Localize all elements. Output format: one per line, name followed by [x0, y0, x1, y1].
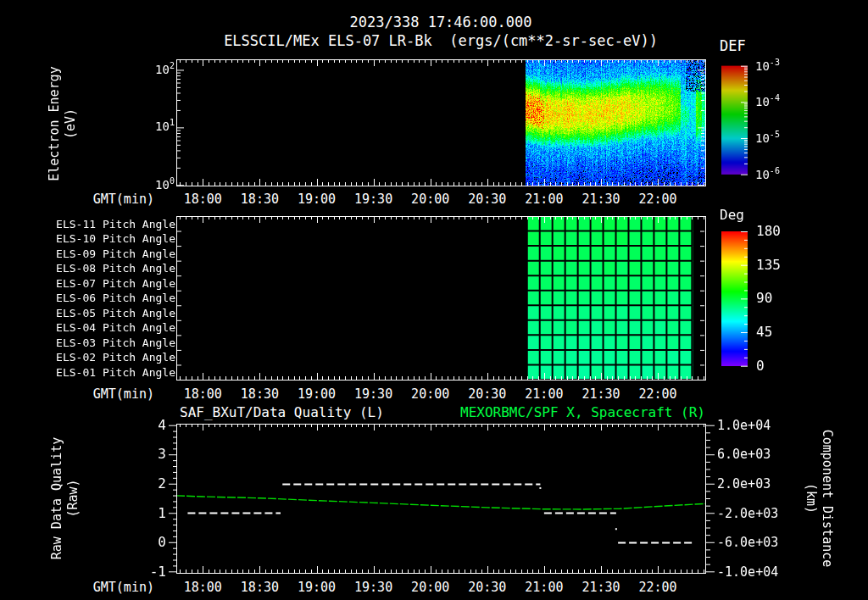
electron-energy-axis-label-unit: (eV) [63, 0, 79, 251]
distance-tick-label: -6.0e+03 [717, 535, 793, 550]
electron-energy-axis-label-line1: Electron Energy [47, 0, 63, 251]
x-tick-label-top: 20:30 [465, 192, 510, 207]
plot-screen: 2023/338 17:46:00.000 ELSSCIL/MEx ELS-07… [0, 0, 868, 600]
electron-energy-axis-label: Electron Energy (eV) [47, 0, 79, 251]
els-row-label: ELS-02 Pitch Angle [44, 351, 175, 364]
els-row-label: ELS-05 Pitch Angle [44, 307, 175, 319]
component-distance-axis-label: Component Distance (km) [803, 371, 835, 600]
x-tick-label-top: 21:00 [521, 192, 567, 207]
deg-tick-label: 180 [756, 223, 793, 239]
flux-tick-label: 10-4 [755, 93, 808, 108]
x-tick-label-bottom: 18:00 [180, 580, 225, 595]
x-tick-label-middle: 19:30 [351, 386, 397, 402]
def-colorbar-title: DEF [720, 37, 746, 54]
x-tick-label-middle: 20:00 [408, 386, 453, 402]
x-tick-label-top: 18:30 [236, 192, 282, 207]
flux-tick-label: 10-3 [755, 58, 808, 73]
raw-quality-axis-label: Raw Data Quality (Raw) [49, 371, 81, 600]
quality-tick-label: 1 [142, 505, 166, 521]
x-tick-label-bottom: 22:00 [635, 580, 681, 595]
energy-tick-label-base: 10 [155, 178, 170, 192]
quality-tick-label: 2 [142, 475, 166, 492]
x-tick-label-bottom: 20:30 [465, 580, 510, 595]
deg-colorbar-title: Deg [720, 207, 744, 223]
x-tick-label-top: 20:00 [408, 192, 453, 207]
distance-tick-label: 2.0e+03 [717, 476, 793, 492]
x-tick-label-middle: 21:30 [578, 386, 624, 402]
energy-tick-label-exponent: 1 [170, 118, 175, 127]
els-row-label: ELS-08 Pitch Angle [44, 262, 175, 275]
flux-tick-label-base: 10 [755, 131, 770, 145]
els-row-label: ELS-09 Pitch Angle [44, 247, 175, 260]
gmt-axis-label-bottom: GMT(min) [85, 580, 154, 595]
energy-tick-label: 102 [136, 61, 175, 76]
energy-tick-label: 101 [136, 118, 175, 133]
energy-tick-label-base: 10 [155, 62, 170, 75]
x-tick-label-bottom: 21:30 [578, 580, 624, 595]
deg-tick-label: 135 [756, 257, 793, 273]
x-tick-label-bottom: 19:00 [294, 580, 340, 595]
spacecraft-series-title: MEXORBMC/SPF X, Spacecraft (R) [424, 404, 705, 420]
quality-tick-label: -1 [142, 564, 166, 580]
distance-tick-label: 1.0e+04 [717, 418, 793, 433]
els-row-label: ELS-03 Pitch Angle [44, 336, 175, 349]
gmt-axis-label-middle: GMT(min) [85, 386, 154, 402]
x-tick-label-top: 21:30 [578, 192, 624, 207]
component-distance-axis-label-unit: (km) [803, 371, 819, 600]
electron-energy-spectrogram [0, 58, 868, 187]
flux-tick-label-base: 10 [755, 95, 770, 108]
x-tick-label-middle: 20:30 [465, 386, 510, 402]
component-distance-axis-label-line1: Component Distance [819, 371, 835, 600]
energy-tick-label-exponent: 2 [170, 61, 175, 70]
raw-quality-axis-label-unit: (Raw) [65, 371, 81, 600]
flux-tick-label-exponent: -5 [770, 130, 780, 139]
x-tick-label-bottom: 18:30 [236, 580, 282, 595]
quality-series-title: SAF_BXuT/Data Quality (L) [180, 404, 384, 420]
flux-tick-label: 10-5 [755, 130, 808, 145]
distance-tick-label: -2.0e+03 [717, 506, 793, 521]
x-tick-label-middle: 21:00 [521, 386, 567, 402]
els-row-label: ELS-07 Pitch Angle [44, 277, 175, 290]
els-row-label: ELS-11 Pitch Angle [44, 218, 175, 231]
plot-title: ELSSCIL/MEx ELS-07 LR-Bk (ergs/(cm**2-sr… [134, 32, 748, 49]
flux-tick-label-exponent: -3 [770, 58, 780, 67]
deg-tick-label: 0 [756, 358, 793, 374]
x-tick-label-middle: 22:00 [635, 386, 681, 402]
x-tick-label-top: 19:00 [294, 192, 340, 207]
quality-tick-label: 4 [142, 417, 166, 433]
quality-tick-label: 3 [142, 446, 166, 462]
quality-tick-label: 0 [142, 534, 166, 550]
x-tick-label-middle: 18:00 [180, 386, 225, 402]
distance-tick-label: -1.0e+04 [717, 564, 793, 580]
energy-tick-label: 100 [136, 176, 175, 192]
x-tick-label-top: 22:00 [635, 192, 681, 207]
gmt-axis-label-top: GMT(min) [85, 192, 154, 207]
flux-tick-label-base: 10 [755, 167, 770, 181]
deg-tick-label: 45 [756, 324, 793, 340]
quality-distance-plot [0, 423, 868, 575]
x-tick-label-bottom: 21:00 [521, 580, 567, 595]
datetime-title: 2023/338 17:46:00.000 [176, 14, 705, 31]
raw-quality-axis-label-line1: Raw Data Quality [49, 371, 65, 600]
els-row-label: ELS-06 Pitch Angle [44, 292, 175, 304]
flux-tick-label: 10-6 [755, 166, 808, 181]
energy-tick-label-exponent: 0 [170, 176, 175, 186]
energy-tick-label-base: 10 [155, 119, 170, 133]
x-tick-label-bottom: 20:00 [408, 580, 453, 595]
els-row-label: ELS-04 Pitch Angle [44, 321, 175, 334]
x-tick-label-middle: 19:00 [294, 386, 340, 402]
deg-tick-label: 90 [756, 290, 793, 306]
els-row-label: ELS-10 Pitch Angle [44, 232, 175, 245]
distance-tick-label: 6.0e+03 [717, 447, 793, 462]
x-tick-label-bottom: 19:30 [351, 580, 397, 595]
x-tick-label-middle: 18:30 [236, 386, 282, 402]
flux-tick-label-exponent: -4 [770, 93, 780, 103]
flux-tick-label-exponent: -6 [770, 166, 780, 175]
x-tick-label-top: 18:00 [180, 192, 225, 207]
flux-tick-label-base: 10 [755, 58, 770, 72]
els-row-label: ELS-01 Pitch Angle [44, 366, 175, 379]
x-tick-label-top: 19:30 [351, 192, 397, 207]
